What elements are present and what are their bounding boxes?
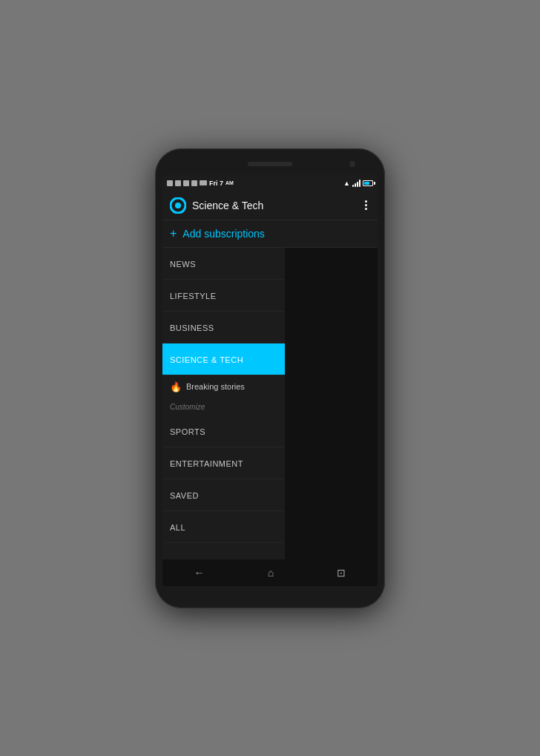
more-dot-3 — [365, 208, 367, 210]
battery-icon — [363, 180, 373, 186]
nav-item-entertainment[interactable]: ENTERTAINMENT — [162, 447, 285, 479]
home-button[interactable]: ⌂ — [262, 564, 280, 582]
nav-label-entertainment: ENTERTAINMENT — [170, 459, 243, 468]
status-left-icons: Fri 7 AM — [167, 180, 234, 187]
status-time: Fri 7 — [209, 180, 223, 187]
status-bar: Fri 7 AM ▲ — [162, 175, 378, 191]
nav-label-business: BUSINESS — [170, 323, 214, 332]
notif-icon-2 — [175, 180, 181, 186]
nav-item-lifestyle[interactable]: LIFESTYLE — [162, 280, 285, 312]
nav-item-sports[interactable]: SPORTS — [162, 415, 285, 447]
signal-bars — [352, 180, 360, 187]
nav-label-news: NEWS — [170, 260, 196, 269]
phone-device: Fri 7 AM ▲ — [155, 148, 385, 608]
notif-icon-4 — [191, 180, 197, 186]
screenshot-icon: ⊡ — [337, 567, 346, 579]
app-header: Science & Tech — [162, 191, 378, 220]
signal-bar-3 — [357, 182, 358, 187]
notif-icon-3 — [183, 180, 189, 186]
more-dot-1 — [365, 200, 367, 203]
screenshot-button[interactable]: ⊡ — [331, 564, 352, 582]
add-subscriptions-label: Add subscriptions — [182, 228, 265, 240]
customize-text: Customize — [170, 403, 205, 411]
signal-bar-1 — [352, 185, 354, 187]
customize-label[interactable]: Customize — [162, 398, 285, 415]
signal-bar-4 — [359, 180, 360, 187]
nav-item-all[interactable]: ALL — [162, 511, 285, 543]
nav-label-science-tech: SCIENCE & TECH — [170, 355, 243, 364]
nav-item-business[interactable]: BUSINESS — [162, 312, 285, 344]
notif-icon-1 — [167, 180, 173, 186]
fire-icon: 🔥 — [170, 381, 182, 392]
right-panel — [285, 248, 378, 559]
phone-top-bar — [162, 156, 378, 172]
nav-label-all: ALL — [170, 523, 185, 532]
nav-label-sports: SPORTS — [170, 427, 205, 436]
status-right-icons: ▲ — [343, 180, 373, 187]
email-icon — [200, 180, 207, 185]
header-left: Science & Tech — [170, 197, 263, 214]
wifi-icon: ▲ — [343, 180, 350, 187]
bottom-nav: ← ⌂ ⊡ — [162, 559, 378, 586]
plus-icon: + — [170, 228, 177, 240]
content-area: NEWS LIFESTYLE BUSINESS SCIENCE & TECH — [162, 248, 378, 559]
phone-screen: Fri 7 AM ▲ — [162, 175, 378, 586]
nav-panel: NEWS LIFESTYLE BUSINESS SCIENCE & TECH — [162, 248, 285, 559]
battery-fill — [364, 182, 369, 185]
camera — [349, 161, 355, 167]
back-button[interactable]: ← — [188, 564, 211, 582]
add-subscriptions-row[interactable]: + Add subscriptions — [162, 220, 378, 248]
sub-item-label-breaking: Breaking stories — [186, 382, 245, 391]
back-icon: ← — [194, 567, 205, 579]
nav-item-saved[interactable]: SAVED — [162, 479, 285, 511]
sub-item-breaking-stories[interactable]: 🔥 Breaking stories — [162, 375, 285, 398]
nav-item-news[interactable]: NEWS — [162, 248, 285, 280]
home-icon: ⌂ — [268, 567, 274, 579]
more-dot-2 — [365, 204, 367, 206]
app-logo-icon — [170, 197, 186, 214]
more-menu-button[interactable] — [362, 199, 370, 211]
status-ampm: AM — [225, 180, 234, 185]
app-title: Science & Tech — [192, 200, 263, 211]
nav-label-saved: SAVED — [170, 491, 199, 500]
nav-label-lifestyle: LIFESTYLE — [170, 292, 217, 300]
speaker-grille — [248, 162, 292, 166]
scene: Fri 7 AM ▲ — [0, 0, 540, 756]
svg-point-1 — [175, 203, 181, 208]
nav-item-science-tech[interactable]: SCIENCE & TECH — [162, 344, 285, 375]
signal-bar-2 — [355, 183, 356, 187]
